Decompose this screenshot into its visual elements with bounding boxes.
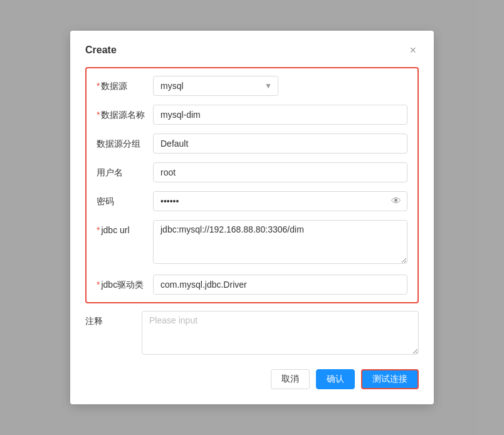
datasource-name-row: * 数据源名称 [97, 105, 407, 125]
required-star-datasource: * [97, 76, 100, 96]
eye-icon[interactable]: 👁 [391, 196, 401, 207]
create-dialog: Create × * 数据源 mysql postgresql oracle [70, 31, 434, 404]
jdbc-url-label: * jdbc url [97, 220, 153, 240]
dialog-title: Create [85, 45, 117, 56]
required-star-jdbc-url: * [97, 220, 100, 240]
dialog-overlay: Create × * 数据源 mysql postgresql oracle [0, 0, 504, 435]
jdbc-url-textarea[interactable]: jdbc:mysql://192.168.88.80:3306/dim [153, 220, 407, 264]
comment-row: 注释 [85, 311, 419, 357]
jdbc-driver-control [153, 275, 407, 295]
jdbc-driver-input[interactable] [153, 275, 407, 295]
datasource-row: * 数据源 mysql postgresql oracle sqlserver … [97, 76, 407, 96]
datasource-group-label: 数据源分组 [97, 134, 153, 154]
jdbc-url-row: * jdbc url jdbc:mysql://192.168.88.80:33… [97, 220, 407, 266]
datasource-name-control [153, 105, 407, 125]
dialog-header: Create × [85, 43, 419, 57]
datasource-select-wrap: mysql postgresql oracle sqlserver ▼ [153, 76, 278, 96]
username-input[interactable] [153, 162, 407, 182]
close-button[interactable]: × [407, 43, 419, 57]
username-control [153, 162, 407, 182]
password-row: 密码 👁 [97, 191, 407, 211]
confirm-button[interactable]: 确认 [316, 369, 355, 389]
password-wrap: 👁 [153, 191, 407, 211]
jdbc-driver-row: * jdbc驱动类 [97, 275, 407, 295]
datasource-control: mysql postgresql oracle sqlserver ▼ [153, 76, 407, 96]
dialog-footer: 取消 确认 测试连接 [85, 369, 419, 389]
password-label: 密码 [97, 191, 153, 211]
datasource-name-input[interactable] [153, 105, 407, 125]
datasource-group-row: 数据源分组 [97, 134, 407, 154]
password-control: 👁 [153, 191, 407, 211]
datasource-label: * 数据源 [97, 76, 153, 96]
comment-label: 注释 [85, 311, 142, 331]
required-section: * 数据源 mysql postgresql oracle sqlserver … [85, 67, 419, 303]
jdbc-url-control: jdbc:mysql://192.168.88.80:3306/dim [153, 220, 407, 266]
jdbc-driver-label: * jdbc驱动类 [97, 275, 153, 295]
test-connection-button[interactable]: 测试连接 [361, 369, 419, 389]
required-star-jdbc-driver: * [97, 275, 100, 295]
password-input[interactable] [153, 191, 407, 211]
username-row: 用户名 [97, 162, 407, 182]
username-label: 用户名 [97, 162, 153, 182]
comment-textarea[interactable] [142, 311, 419, 355]
datasource-name-label: * 数据源名称 [97, 105, 153, 125]
cancel-button[interactable]: 取消 [271, 369, 310, 389]
datasource-group-input[interactable] [153, 134, 407, 154]
required-star-name: * [97, 105, 100, 125]
comment-control [142, 311, 419, 357]
datasource-group-control [153, 134, 407, 154]
datasource-select[interactable]: mysql postgresql oracle sqlserver [153, 76, 278, 96]
